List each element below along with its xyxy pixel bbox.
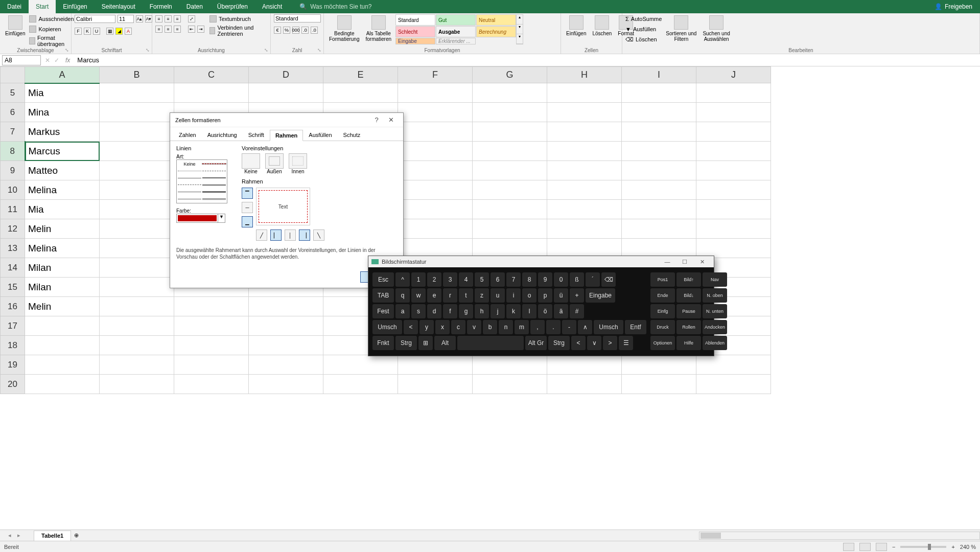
- row-header[interactable]: 20: [1, 375, 25, 394]
- row-header[interactable]: 18: [1, 336, 25, 355]
- osk-key[interactable]: x: [435, 320, 450, 334]
- cell[interactable]: [696, 103, 771, 122]
- zoom-out-button[interactable]: −: [892, 544, 895, 550]
- osk-key[interactable]: 1: [411, 272, 426, 287]
- border-preview[interactable]: Text: [256, 188, 310, 225]
- bold-button[interactable]: F: [75, 28, 82, 35]
- cell[interactable]: [398, 200, 473, 219]
- osk-key[interactable]: .: [546, 320, 561, 334]
- cell[interactable]: [25, 355, 100, 375]
- dialog-close-button[interactable]: ✕: [384, 116, 398, 124]
- preset-none[interactable]: Keine: [242, 153, 260, 174]
- dlg-tab-ausrichtung[interactable]: Ausrichtung: [202, 129, 243, 141]
- cell[interactable]: [398, 375, 473, 394]
- cell[interactable]: [473, 180, 547, 200]
- select-all-corner[interactable]: [1, 67, 25, 83]
- cell[interactable]: [547, 103, 622, 122]
- view-page-layout-button[interactable]: [859, 543, 871, 551]
- osk-key[interactable]: 2: [427, 272, 441, 287]
- osk-key[interactable]: Umsch: [594, 320, 623, 334]
- cell[interactable]: [622, 239, 696, 258]
- cell[interactable]: [547, 122, 622, 142]
- osk-nav-key[interactable]: Bild↓: [676, 288, 701, 303]
- tab-datei[interactable]: Datei: [0, 0, 29, 13]
- cell[interactable]: [398, 219, 473, 239]
- osk-key[interactable]: a: [395, 304, 410, 318]
- border-left-button[interactable]: ▏: [270, 229, 282, 241]
- cell[interactable]: [100, 239, 174, 258]
- osk-key[interactable]: 7: [506, 272, 521, 287]
- osk-key[interactable]: d: [427, 304, 441, 318]
- cell[interactable]: [323, 355, 398, 375]
- style-schlecht[interactable]: Schlecht: [395, 26, 435, 37]
- cell[interactable]: Milan: [25, 278, 100, 297]
- osk-nav-key[interactable]: Druck: [650, 320, 675, 334]
- cell[interactable]: [25, 336, 100, 355]
- font-name-input[interactable]: [75, 15, 115, 23]
- row-header[interactable]: 6: [1, 103, 25, 122]
- osk-key[interactable]: Fnkt: [372, 336, 394, 350]
- cell[interactable]: [547, 239, 622, 258]
- sheet-nav-first[interactable]: ◂: [5, 532, 14, 539]
- border-top-button[interactable]: ▔: [242, 188, 253, 199]
- cell[interactable]: [622, 180, 696, 200]
- cell[interactable]: [398, 83, 473, 103]
- cell[interactable]: [398, 142, 473, 161]
- indent-increase-button[interactable]: ⇥: [197, 26, 204, 33]
- font-color-button[interactable]: A: [125, 28, 132, 35]
- osk-key[interactable]: 9: [538, 272, 552, 287]
- percent-button[interactable]: %: [283, 27, 290, 34]
- cell[interactable]: Melina: [25, 239, 100, 258]
- cell[interactable]: [100, 278, 174, 297]
- osk-key[interactable]: Alt: [434, 336, 456, 350]
- osk-key[interactable]: ∧: [578, 320, 592, 334]
- copy-button[interactable]: Kopieren: [29, 25, 74, 34]
- osk-key[interactable]: 4: [459, 272, 473, 287]
- cell[interactable]: [100, 161, 174, 180]
- cell[interactable]: [473, 239, 547, 258]
- cell[interactable]: Mia: [25, 200, 100, 219]
- cell[interactable]: [622, 375, 696, 394]
- align-middle-button[interactable]: ≡: [165, 15, 172, 22]
- column-header[interactable]: D: [249, 67, 323, 83]
- row-header[interactable]: 7: [1, 122, 25, 142]
- name-box[interactable]: [2, 55, 41, 65]
- osk-key[interactable]: g: [459, 304, 473, 318]
- osk-key[interactable]: <: [571, 336, 586, 350]
- style-gallery-scroll[interactable]: ▴▾▾: [516, 14, 523, 44]
- style-standard[interactable]: Standard: [395, 14, 435, 26]
- cell[interactable]: [174, 83, 249, 103]
- cell[interactable]: [174, 375, 249, 394]
- row-header[interactable]: 17: [1, 316, 25, 336]
- cell[interactable]: [473, 103, 547, 122]
- osk-nav-key[interactable]: Pause: [676, 304, 701, 318]
- osk-key[interactable]: z: [475, 288, 489, 303]
- dlg-tab-schutz[interactable]: Schutz: [338, 129, 366, 141]
- border-right-button[interactable]: ▕: [299, 229, 310, 241]
- osk-key[interactable]: >: [603, 336, 617, 350]
- cell[interactable]: [622, 219, 696, 239]
- row-header[interactable]: 14: [1, 258, 25, 278]
- cell[interactable]: [547, 200, 622, 219]
- cell-styles-gallery[interactable]: Standard Gut Neutral Schlecht Ausgabe Be…: [395, 14, 516, 44]
- osk-nav-key[interactable]: Optionen: [650, 336, 675, 350]
- osk-nav-key[interactable]: N. oben: [703, 288, 727, 303]
- cell[interactable]: [473, 375, 547, 394]
- decrease-decimal-button[interactable]: .0: [311, 27, 318, 34]
- osk-key[interactable]: 5: [475, 272, 489, 287]
- cell[interactable]: [249, 375, 323, 394]
- style-neutral[interactable]: Neutral: [476, 14, 516, 26]
- cell[interactable]: [100, 180, 174, 200]
- osk-key[interactable]: j: [491, 304, 505, 318]
- dlg-tab-ausfuellen[interactable]: Ausfüllen: [303, 129, 337, 141]
- column-header[interactable]: F: [398, 67, 473, 83]
- sort-filter-button[interactable]: Sortieren und Filtern: [664, 14, 698, 43]
- osk-key[interactable]: [457, 336, 524, 350]
- cell[interactable]: [174, 336, 249, 355]
- cell[interactable]: [696, 161, 771, 180]
- row-header[interactable]: 11: [1, 200, 25, 219]
- tab-ansicht[interactable]: Ansicht: [255, 0, 289, 13]
- cell[interactable]: [622, 122, 696, 142]
- autosum-button[interactable]: Σ AutoSumme: [625, 14, 662, 24]
- osk-key[interactable]: TAB: [372, 288, 394, 303]
